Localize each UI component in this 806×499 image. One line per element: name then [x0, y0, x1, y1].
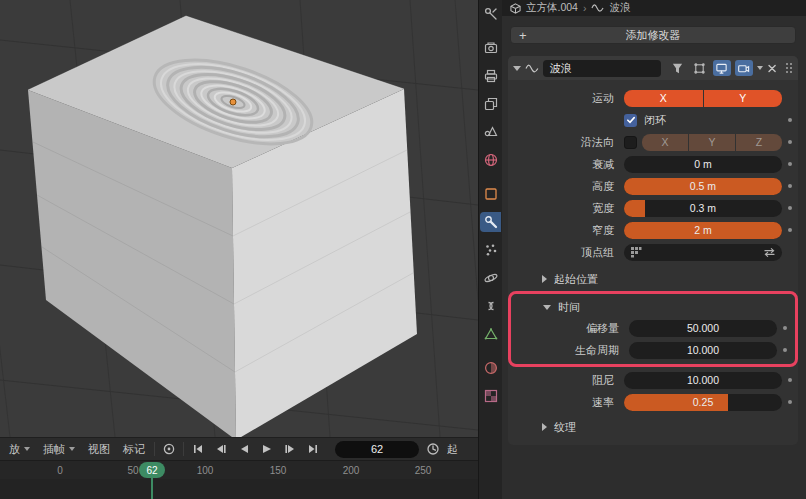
life-field[interactable]: 10.000 [629, 342, 777, 359]
texture-checker-icon [483, 388, 499, 404]
subpanel-start-position[interactable]: 起始位置 [508, 269, 798, 289]
properties-content: + 添加修改器 波浪 [502, 16, 806, 499]
material-sphere-icon [483, 360, 499, 376]
playhead-line[interactable] [151, 477, 153, 499]
falloff-field[interactable]: 0 m [624, 156, 782, 173]
breadcrumb-modifier-name[interactable]: 波浪 [609, 1, 630, 15]
tab-view-layer[interactable] [480, 94, 501, 114]
particles-icon [483, 242, 499, 258]
animate-decorator[interactable] [788, 184, 792, 188]
animate-decorator[interactable] [788, 162, 792, 166]
animate-decorator[interactable] [783, 348, 787, 352]
speed-label: 速率 [512, 395, 624, 410]
speed-value: 0.25 [693, 396, 713, 408]
drag-handle[interactable] [785, 62, 793, 74]
edit-mode-display-toggle[interactable] [669, 60, 687, 76]
separator [154, 442, 155, 456]
tab-render[interactable] [480, 38, 501, 58]
tab-texture[interactable] [480, 386, 501, 406]
tab-tool[interactable] [480, 4, 501, 24]
breadcrumb-object-name[interactable]: 立方体.004 [526, 1, 578, 15]
play-reverse-button[interactable] [235, 440, 253, 458]
play-button[interactable] [258, 440, 276, 458]
vertex-group-field[interactable] [624, 244, 782, 261]
world-globe-icon [483, 152, 499, 168]
annotation-highlight: 时间 偏移量 50.000 生命周期 10.000 [508, 291, 798, 367]
tab-object[interactable] [480, 184, 501, 204]
prev-keyframe-button[interactable] [212, 440, 230, 458]
expand-chevron-icon[interactable] [513, 66, 521, 71]
falloff-label: 衰减 [512, 157, 624, 172]
normals-x-button[interactable]: X [642, 134, 688, 151]
ruler-tick: 250 [415, 465, 432, 476]
damping-field[interactable]: 10.000 [624, 372, 782, 389]
use-preview-range-toggle[interactable] [424, 440, 442, 458]
offset-row: 偏移量 50.000 [513, 317, 793, 339]
motion-toggle-group: X Y [624, 90, 782, 107]
modifier-name-field[interactable]: 波浪 [543, 60, 661, 77]
timeline-ruler[interactable]: 0 50 100 150 200 250 62 [0, 460, 478, 479]
motion-y-button[interactable]: Y [704, 90, 783, 107]
auto-keying-toggle[interactable] [160, 440, 178, 458]
tab-material[interactable] [480, 358, 501, 378]
physics-orbit-icon [483, 270, 499, 286]
render-display-toggle[interactable] [735, 60, 753, 76]
damping-label: 阻尼 [512, 373, 624, 388]
cage-display-toggle[interactable] [691, 60, 709, 76]
animate-decorator[interactable] [788, 206, 792, 210]
motion-x-button[interactable]: X [624, 90, 703, 107]
check-icon [626, 115, 636, 125]
animate-decorator[interactable] [788, 118, 792, 122]
animate-decorator[interactable] [788, 228, 792, 232]
tab-object-data[interactable] [480, 324, 501, 344]
vertex-group-label: 顶点组 [512, 245, 624, 260]
narrowness-slider[interactable]: 2 m [624, 222, 782, 239]
damping-value: 10.000 [687, 374, 719, 386]
3d-viewport[interactable] [0, 0, 478, 437]
offset-value: 50.000 [687, 322, 719, 334]
current-frame-indicator[interactable]: 62 [139, 462, 165, 478]
speed-slider[interactable]: 0.25 [624, 394, 782, 411]
timeline-track-area[interactable] [0, 479, 478, 499]
animate-decorator[interactable] [783, 326, 787, 330]
close-icon[interactable] [767, 63, 777, 74]
current-frame-field[interactable]: 62 [335, 441, 419, 458]
cyclic-checkbox[interactable] [624, 114, 637, 127]
tab-scene[interactable] [480, 122, 501, 142]
menu-marker[interactable]: 标记 [119, 440, 149, 459]
add-modifier-button[interactable]: + 添加修改器 [510, 26, 796, 44]
scene-icon [483, 124, 499, 140]
menu-playback[interactable]: 放 [5, 440, 34, 459]
jump-to-start-button[interactable] [189, 440, 207, 458]
chevron-right-icon [542, 275, 547, 283]
next-keyframe-button[interactable] [281, 440, 299, 458]
tab-output[interactable] [480, 66, 501, 86]
animate-decorator[interactable] [788, 378, 792, 382]
tab-physics[interactable] [480, 268, 501, 288]
tab-constraints[interactable] [480, 296, 501, 316]
tab-particles[interactable] [480, 240, 501, 260]
menu-marker-label: 标记 [123, 442, 145, 457]
subpanel-time[interactable]: 时间 [513, 297, 793, 317]
menu-keying[interactable]: 插帧 [39, 440, 79, 459]
realtime-display-toggle[interactable] [713, 60, 731, 76]
motion-row: 运动 X Y [508, 87, 798, 109]
funnel-icon [671, 62, 684, 75]
extras-dropdown-icon[interactable] [757, 66, 763, 70]
tab-world[interactable] [480, 150, 501, 170]
menu-view[interactable]: 视图 [84, 440, 114, 459]
jump-to-end-button[interactable] [304, 440, 322, 458]
height-row: 高度 0.5 m [508, 175, 798, 197]
offset-field[interactable]: 50.000 [629, 320, 777, 337]
animate-decorator[interactable] [788, 140, 792, 144]
tab-modifiers[interactable] [480, 212, 501, 232]
subpanel-texture[interactable]: 纹理 [508, 417, 798, 437]
normals-y-button[interactable]: Y [689, 134, 735, 151]
normals-label: 沿法向 [512, 135, 624, 150]
normals-z-button[interactable]: Z [736, 134, 782, 151]
normals-checkbox[interactable] [624, 136, 637, 149]
width-slider[interactable]: 0.3 m [624, 200, 782, 217]
height-slider[interactable]: 0.5 m [624, 178, 782, 195]
animate-decorator[interactable] [788, 400, 792, 404]
jump-start-icon [191, 442, 205, 456]
